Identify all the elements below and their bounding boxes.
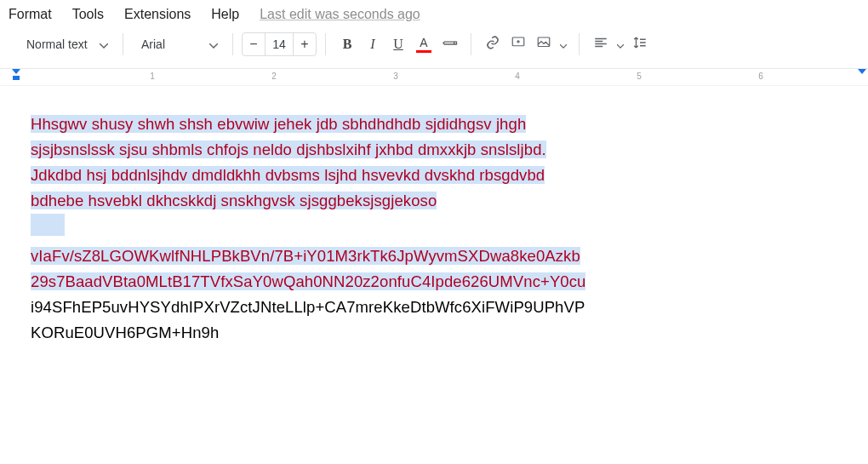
document-canvas[interactable]: Hhsgwv shusy shwh shsh ebvwiw jehek jdb …	[0, 86, 868, 371]
last-edit-link[interactable]: Last edit was seconds ago	[260, 7, 420, 22]
italic-button[interactable]: I	[360, 33, 385, 55]
font-size-value[interactable]: 14	[265, 33, 294, 55]
text-line: bdhebe hsvebkl dkhcskkdj snskhgvsk sjsgg…	[31, 192, 437, 209]
ruler-number: 4	[515, 72, 520, 81]
highlighter-icon	[438, 33, 460, 54]
menu-help[interactable]: Help	[211, 7, 239, 22]
ruler-number: 2	[271, 72, 277, 81]
font-size-increase-button[interactable]: +	[294, 33, 316, 55]
insert-image-button[interactable]	[531, 33, 557, 55]
text-line: vIaFv/sZ8LGOWKwlfNHLPBkBVn/7B+iY01M3rkTk…	[31, 247, 580, 265]
align-button[interactable]	[588, 33, 614, 55]
link-icon	[485, 35, 500, 54]
toolbar: Normal text Arial − 14 + B I U A	[0, 26, 868, 69]
bold-button[interactable]: B	[334, 33, 360, 55]
add-comment-button[interactable]	[505, 33, 531, 55]
chevron-down-icon	[100, 37, 108, 51]
bold-icon: B	[343, 37, 352, 52]
text-line: Hhsgwv shusy shwh shsh ebvwiw jehek jdb …	[31, 115, 526, 133]
ruler-track: 1 2 3 4 5 6	[31, 69, 868, 85]
horizontal-ruler[interactable]: 1 2 3 4 5 6	[0, 69, 868, 86]
font-family-label: Arial	[141, 37, 165, 51]
image-icon	[536, 35, 551, 54]
insert-image-more-button[interactable]	[557, 33, 570, 55]
menu-format[interactable]: Format	[9, 7, 52, 22]
align-more-button[interactable]	[614, 33, 627, 55]
menu-tools[interactable]: Tools	[72, 7, 104, 22]
ruler-number: 6	[758, 72, 763, 81]
chevron-down-icon	[617, 37, 624, 52]
insert-link-button[interactable]	[480, 33, 505, 55]
comment-plus-icon	[511, 35, 526, 54]
text-color-button[interactable]: A	[411, 33, 437, 55]
font-size-decrease-button[interactable]: −	[243, 33, 265, 55]
svg-rect-1	[538, 37, 550, 47]
chevron-down-icon	[560, 37, 567, 52]
text-line: 29s7BaadVBta0MLtB17TVfxSaY0wQah0NN20z2on…	[31, 272, 585, 290]
paragraph-style-dropdown[interactable]: Normal text	[17, 32, 114, 56]
ruler-number: 5	[637, 72, 642, 81]
align-left-icon	[593, 35, 608, 54]
blank-selected-line	[31, 214, 65, 236]
chevron-down-icon	[209, 37, 218, 51]
line-spacing-button[interactable]	[627, 33, 653, 55]
document-text[interactable]: Hhsgwv shusy shwh shsh ebvwiw jehek jdb …	[31, 112, 837, 346]
ruler-number: 1	[150, 72, 155, 81]
font-size-stepper: − 14 +	[242, 32, 317, 56]
highlight-color-button[interactable]	[437, 33, 462, 55]
paragraph-style-label: Normal text	[26, 37, 88, 51]
line-spacing-icon	[632, 35, 648, 54]
text-line: Jdkdbd hsj bddnlsjhdv dmdldkhh dvbsms ls…	[31, 166, 545, 184]
menu-extensions[interactable]: Extensions	[124, 7, 191, 22]
ruler-number: 3	[393, 72, 398, 81]
font-family-dropdown[interactable]: Arial	[132, 32, 224, 56]
underline-button[interactable]: U	[385, 33, 411, 55]
text-line: sjsjbsnslssk sjsu shbmls chfojs neldo dj…	[31, 140, 546, 158]
underline-icon: U	[393, 37, 403, 52]
italic-icon: I	[370, 37, 374, 52]
text-color-icon: A	[416, 36, 431, 53]
text-line: i94SFhEP5uvHYSYdhIPXrVZctJNteLLlp+CA7mre…	[31, 298, 585, 316]
text-line: KORuE0UVH6PGM+Hn9h	[31, 324, 219, 341]
indent-marker-left[interactable]	[12, 69, 20, 80]
